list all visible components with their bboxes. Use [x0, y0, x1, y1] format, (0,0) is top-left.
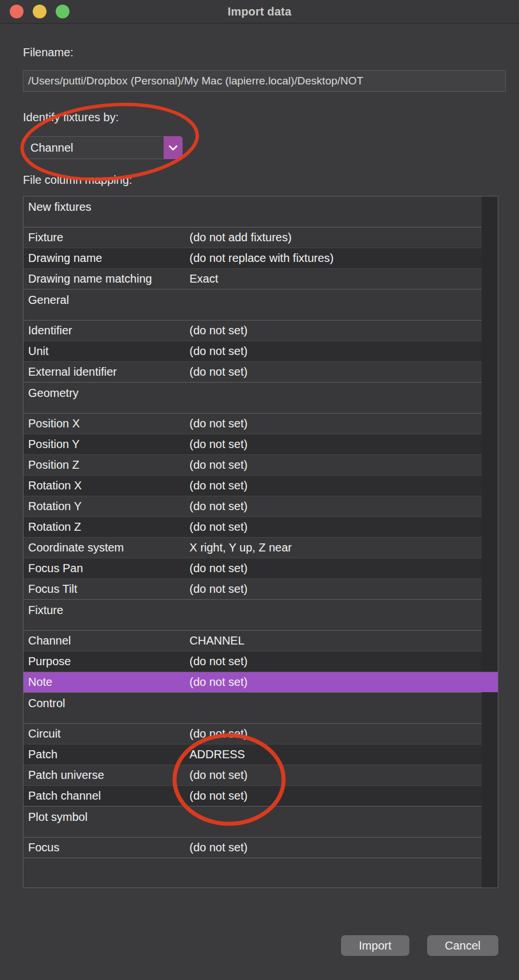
- group-header: Fixture: [24, 599, 482, 631]
- row-value: Exact: [189, 272, 482, 285]
- table-row[interactable]: Focus Tilt(do not set): [24, 578, 482, 599]
- table-row[interactable]: Position Z(do not set): [24, 454, 482, 475]
- row-field-label: Focus: [24, 841, 189, 854]
- file-column-mapping-label: File column mapping:: [23, 173, 519, 187]
- row-field-label: External identifier: [24, 365, 189, 379]
- table-row[interactable]: Position Y(do not set): [24, 434, 482, 454]
- row-field-label: Patch: [24, 748, 189, 761]
- table-row[interactable]: Patch universe(do not set): [24, 765, 482, 785]
- group-header: Plot symbol: [24, 806, 482, 838]
- dropdown-selected-value: Channel: [24, 141, 73, 155]
- row-field-label: Position Z: [24, 458, 189, 472]
- table-row[interactable]: Focus(do not set): [24, 838, 482, 858]
- row-value: ADDRESS: [189, 748, 482, 761]
- table-row[interactable]: Circuit(do not set): [24, 724, 482, 744]
- row-field-label: Unit: [24, 345, 189, 358]
- row-field-label: Circuit: [24, 727, 189, 740]
- row-value: (do not replace with fixtures): [189, 252, 482, 265]
- row-value: (do not set): [189, 520, 482, 534]
- title-bar: Import data: [0, 0, 519, 24]
- table-row[interactable]: Purpose(do not set): [24, 651, 482, 672]
- row-value: (do not set): [189, 438, 482, 451]
- mapping-table: New fixturesFixture(do not add fixtures)…: [23, 196, 498, 888]
- row-field-label: Fixture: [24, 231, 189, 244]
- table-row[interactable]: Coordinate systemX right, Y up, Z near: [24, 537, 482, 558]
- table-row[interactable]: Focus Pan(do not set): [24, 558, 482, 578]
- filename-field[interactable]: [23, 70, 506, 92]
- row-value: (do not set): [189, 676, 498, 689]
- row-field-label: Patch universe: [24, 769, 189, 782]
- row-field-label: Position Y: [24, 438, 189, 451]
- import-button[interactable]: Import: [341, 935, 409, 956]
- chevron-down-icon: [168, 145, 178, 151]
- row-field-label: Coordinate system: [24, 541, 189, 554]
- identify-fixtures-dropdown[interactable]: Channel: [23, 136, 183, 159]
- table-row[interactable]: Rotation Z(do not set): [24, 516, 482, 537]
- row-field-label: Identifier: [24, 324, 189, 337]
- group-header: New fixtures: [24, 196, 482, 227]
- table-row[interactable]: PatchADDRESS: [24, 744, 482, 765]
- row-field-label: Rotation X: [24, 479, 189, 492]
- group-header: Control: [24, 692, 482, 724]
- dropdown-open-button[interactable]: [164, 136, 183, 159]
- table-row[interactable]: Identifier(do not set): [24, 321, 482, 341]
- filename-label: Filename:: [23, 45, 519, 59]
- table-row[interactable]: Patch channel(do not set): [24, 785, 482, 806]
- row-field-label: Patch channel: [24, 789, 189, 802]
- zoom-button[interactable]: [56, 5, 69, 18]
- row-value: (do not set): [189, 365, 482, 379]
- traffic-lights: [10, 5, 69, 18]
- close-button[interactable]: [10, 5, 24, 18]
- row-value: (do not set): [189, 655, 482, 668]
- table-row[interactable]: Rotation Y(do not set): [24, 496, 482, 516]
- row-field-label: Channel: [24, 634, 189, 647]
- row-field-label: Note: [24, 676, 189, 689]
- table-row[interactable]: Drawing name(do not replace with fixture…: [24, 248, 482, 268]
- row-field-label: Rotation Y: [24, 500, 189, 513]
- row-value: (do not set): [189, 417, 482, 430]
- table-row[interactable]: Position X(do not set): [24, 414, 482, 434]
- row-value: (do not set): [189, 769, 482, 782]
- minimize-button[interactable]: [33, 5, 47, 18]
- table-row[interactable]: Rotation X(do not set): [24, 475, 482, 496]
- table-row[interactable]: Drawing name matchingExact: [24, 268, 482, 289]
- row-value: (do not set): [189, 345, 482, 358]
- group-header: General: [24, 289, 482, 321]
- table-row[interactable]: Unit(do not set): [24, 341, 482, 361]
- row-field-label: Rotation Z: [24, 520, 189, 534]
- dialog-footer: Import Cancel: [341, 935, 498, 956]
- vertical-scrollbar[interactable]: [482, 196, 498, 888]
- row-field-label: Drawing name: [24, 252, 189, 265]
- row-field-label: Focus Pan: [24, 562, 189, 575]
- table-row[interactable]: Note(do not set): [24, 672, 498, 692]
- window-title: Import data: [227, 5, 291, 18]
- table-row[interactable]: Fixture(do not add fixtures): [24, 227, 482, 248]
- table-empty-filler: [24, 858, 482, 888]
- identify-fixtures-label: Identify fixtures by:: [23, 110, 519, 124]
- row-field-label: Focus Tilt: [24, 582, 189, 596]
- row-value: (do not add fixtures): [189, 231, 482, 244]
- row-value: (do not set): [189, 582, 482, 596]
- row-field-label: Drawing name matching: [24, 272, 189, 285]
- row-field-label: Purpose: [24, 655, 189, 668]
- mapping-table-rows: New fixturesFixture(do not add fixtures)…: [24, 196, 498, 858]
- row-value: (do not set): [189, 562, 482, 575]
- dialog-content: Filename: Identify fixtures by: Channel …: [0, 45, 519, 888]
- row-value: (do not set): [189, 458, 482, 472]
- table-row[interactable]: External identifier(do not set): [24, 361, 482, 382]
- row-value: (do not set): [189, 789, 482, 802]
- row-value: (do not set): [189, 727, 482, 740]
- row-field-label: Position X: [24, 417, 189, 430]
- row-value: (do not set): [189, 479, 482, 492]
- row-value: CHANNEL: [189, 634, 482, 647]
- row-value: (do not set): [189, 841, 482, 854]
- cancel-button[interactable]: Cancel: [427, 935, 498, 956]
- row-value: (do not set): [189, 324, 482, 337]
- row-value: (do not set): [189, 500, 482, 513]
- row-value: X right, Y up, Z near: [189, 541, 482, 554]
- group-header: Geometry: [24, 382, 482, 414]
- table-row[interactable]: ChannelCHANNEL: [24, 631, 482, 651]
